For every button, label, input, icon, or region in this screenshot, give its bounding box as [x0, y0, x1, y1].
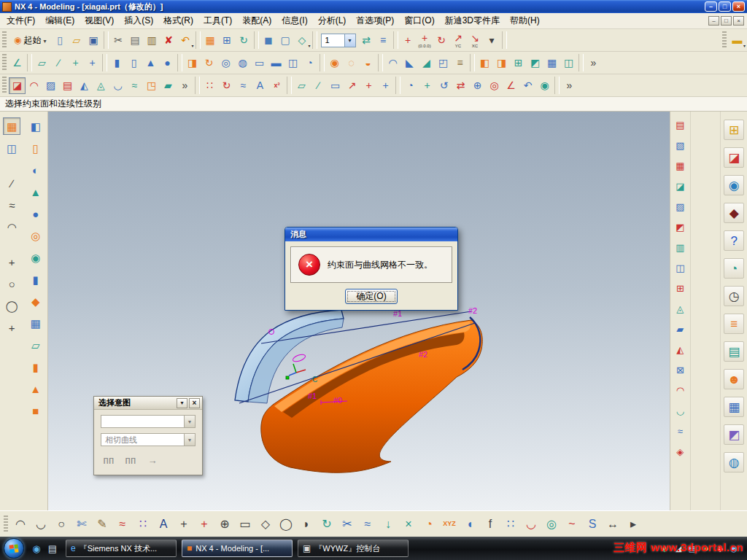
- text-curve-icon[interactable]: A: [252, 77, 268, 94]
- roles-icon[interactable]: ◩: [724, 424, 744, 445]
- wcs-more-icon[interactable]: ▾: [484, 32, 500, 49]
- taskbar-button-browser[interactable]: e 『Siemens NX 技术...: [66, 540, 177, 557]
- combo-arrow-icon[interactable]: [184, 434, 195, 446]
- circle-tool-icon[interactable]: ○: [3, 275, 20, 292]
- menu-item-8[interactable]: 分析(L): [313, 12, 352, 29]
- undo-icon[interactable]: ↶▾: [177, 32, 194, 49]
- taskbar-button-console[interactable]: ▣ 『WYWZ』控制台: [298, 540, 409, 557]
- combo-arrow-icon[interactable]: [184, 416, 195, 427]
- palette-icon[interactable]: ▦: [724, 397, 744, 417]
- through-curve-mesh-icon[interactable]: ◪: [9, 77, 26, 94]
- datum-csys-icon[interactable]: +: [67, 55, 84, 71]
- surf-curve-mesh-icon[interactable]: ▦: [672, 158, 688, 174]
- layer-settings-icon[interactable]: ≡: [375, 32, 392, 49]
- pocket-icon[interactable]: ▭: [251, 55, 268, 71]
- message-dialog[interactable]: 消息 约束面与曲线网格不一致。 确定(O): [285, 227, 458, 311]
- users-icon[interactable]: ☻: [724, 369, 744, 389]
- helix-curve-icon[interactable]: ↻: [317, 515, 336, 534]
- close-button[interactable]: [732, 1, 745, 12]
- pad-icon[interactable]: ▬: [268, 55, 285, 71]
- surf-extend-icon[interactable]: ◬: [672, 300, 688, 316]
- surf-law-extension-icon[interactable]: ▰: [672, 321, 688, 337]
- menu-item-12[interactable]: 帮助(H): [505, 12, 545, 29]
- vector-tool-icon[interactable]: ↗: [344, 77, 360, 94]
- mdi-restore-button[interactable]: [721, 16, 732, 26]
- expression-icon[interactable]: x³: [268, 77, 285, 94]
- surf-soft-blend-icon[interactable]: ≈: [672, 423, 688, 439]
- bounded-plane-icon[interactable]: ▰: [160, 77, 177, 94]
- plane-tool-icon[interactable]: ▭: [327, 77, 344, 94]
- start-menu-button[interactable]: ◉ 起始: [9, 31, 52, 49]
- mdi-minimize-button[interactable]: [708, 16, 719, 26]
- toolbar-grip[interactable]: [2, 54, 7, 71]
- surf-swept-icon[interactable]: ◪: [672, 178, 688, 194]
- wcs-dynamics-icon[interactable]: +: [400, 32, 417, 49]
- law-curve-icon[interactable]: ≈: [235, 77, 252, 94]
- patch-icon[interactable]: ◩: [527, 55, 543, 71]
- surf-n-sided-icon[interactable]: ◩: [672, 219, 688, 235]
- point-set-icon[interactable]: ∷: [201, 77, 218, 94]
- cross-tool-icon[interactable]: +: [3, 253, 20, 271]
- feature-cylinder-icon[interactable]: ▯: [27, 139, 44, 157]
- law-function-icon[interactable]: f: [481, 515, 500, 534]
- point-icon[interactable]: +: [84, 55, 101, 71]
- paste-icon[interactable]: ▥: [144, 32, 160, 49]
- curve-length-icon[interactable]: ↔: [603, 515, 622, 534]
- feature-grid-icon[interactable]: ▦: [27, 314, 44, 332]
- minimize-button[interactable]: [705, 1, 717, 12]
- menu-item-5[interactable]: 工具(T): [198, 12, 237, 29]
- scissors-icon[interactable]: ✂: [338, 515, 357, 534]
- datum-axis-icon[interactable]: ∕: [50, 55, 67, 71]
- angle-icon[interactable]: ∠: [503, 77, 519, 94]
- maximize-button[interactable]: [719, 1, 731, 12]
- gauge-icon[interactable]: ◔: [724, 258, 744, 279]
- palette-close-button[interactable]: [189, 398, 200, 408]
- arc-tool-icon[interactable]: ◠: [3, 218, 20, 236]
- slot-icon[interactable]: ◫: [285, 55, 301, 71]
- sphere-icon[interactable]: ●: [159, 55, 176, 71]
- combo-arrow-icon[interactable]: [344, 34, 355, 47]
- subtract-icon[interactable]: ◌: [343, 55, 360, 71]
- perspective-icon[interactable]: ⊕: [469, 77, 486, 94]
- open-icon[interactable]: ▱: [69, 32, 85, 49]
- surf-section-icon[interactable]: ▨: [672, 198, 688, 214]
- swept-icon[interactable]: ◠: [26, 77, 42, 94]
- feature-halfpipe-icon[interactable]: ◐: [27, 161, 44, 179]
- graphics-viewport[interactable]: C #1#2#2#1#0 消息 约束面与曲线网格不一致。 确定(O): [48, 112, 670, 510]
- apply-arrow-icon[interactable]: →: [144, 453, 160, 467]
- instance-array-icon[interactable]: ▦: [543, 55, 560, 71]
- screen-layout-icon[interactable]: ▦: [202, 32, 219, 49]
- surf-fillet-icon[interactable]: ◠: [672, 382, 688, 398]
- smooth-spline-icon[interactable]: S: [583, 515, 602, 534]
- point-star-icon[interactable]: +: [195, 515, 214, 534]
- polygon-icon[interactable]: ◇: [256, 515, 275, 534]
- start-button[interactable]: [4, 538, 24, 559]
- more-features-icon[interactable]: »: [585, 55, 602, 71]
- more-curves-icon[interactable]: ▸: [624, 515, 643, 534]
- datum-axis-tool-icon[interactable]: ∕: [310, 77, 327, 94]
- surf-bounded-icon[interactable]: ▥: [672, 239, 688, 255]
- selection-intent-palette[interactable]: 选择意图 相切曲线 ∏∏∏∏→: [93, 396, 203, 475]
- toolbar-grip[interactable]: [2, 77, 7, 94]
- offset-curve-icon[interactable]: ≈: [358, 515, 377, 534]
- cut-icon[interactable]: ✂: [110, 32, 127, 49]
- surf-ruled-icon[interactable]: ▤: [672, 117, 688, 133]
- render-style-icon[interactable]: ◉: [536, 77, 553, 94]
- ruled-surface-icon[interactable]: ▨: [42, 77, 59, 94]
- target-point-icon[interactable]: ⊕: [215, 515, 234, 534]
- menu-item-4[interactable]: 格式(R): [158, 12, 198, 29]
- fit-window-icon[interactable]: ⇄: [452, 77, 469, 94]
- line-tool-icon[interactable]: ∕: [3, 174, 20, 192]
- web-browser-icon[interactable]: ◉: [724, 175, 744, 195]
- chamfer-icon[interactable]: ◣: [401, 55, 418, 71]
- ellipse-tool-icon[interactable]: ◯: [3, 297, 20, 314]
- menu-item-2[interactable]: 视图(V): [80, 12, 119, 29]
- spline-tool-icon[interactable]: ≈: [3, 196, 20, 214]
- surface-curve-icon[interactable]: ◖: [460, 515, 479, 534]
- shaded-view-icon[interactable]: ◼: [260, 32, 277, 49]
- bridge-surface-icon[interactable]: ◡: [109, 77, 126, 94]
- feature-swirl-icon[interactable]: ◉: [27, 249, 44, 266]
- wcs-rotate-icon[interactable]: ↻: [433, 32, 450, 49]
- wcs-orient-xc-icon[interactable]: ↘XC: [467, 32, 484, 49]
- revolve-icon[interactable]: ↻: [201, 55, 217, 71]
